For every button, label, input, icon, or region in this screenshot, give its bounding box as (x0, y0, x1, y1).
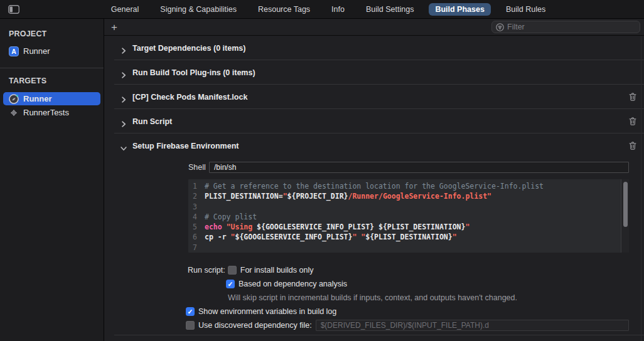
app-target-icon (9, 94, 19, 104)
phase-row-cp-check-pods-manifest[interactable]: [CP] Check Pods Manifest.lock (104, 85, 644, 109)
code-token: " (465, 222, 470, 232)
line-number: 1 (188, 181, 205, 191)
code-token: ${PROJECT_DIR} (287, 191, 348, 201)
editor-tab-bar: General Signing & Capabilities Resource … (0, 0, 644, 19)
tab-signing-capabilities[interactable]: Signing & Capabilities (154, 3, 243, 16)
add-build-phase-button[interactable]: + (111, 22, 117, 33)
svg-text:A: A (11, 48, 16, 55)
checkbox-show-environment-variables[interactable] (186, 307, 195, 316)
line-number: 3 (188, 202, 205, 212)
shell-input[interactable] (209, 162, 629, 173)
code-token: /Runner/GoogleService-Info.plist" (348, 191, 491, 201)
code-token: cp -r (205, 232, 231, 242)
code-line: 5echo "Using ${GOOGLESERVICE_INFO_PLIST}… (188, 222, 621, 232)
code-token: PLIST_DESTINATION= (205, 191, 283, 201)
code-token: echo (205, 222, 227, 232)
code-line: 7 (188, 243, 621, 253)
phase-title: Run Build Tool Plug-ins (0 items) (132, 68, 255, 77)
delete-phase-trash-icon[interactable] (628, 141, 637, 150)
section-bottom-divider (114, 335, 644, 335)
checkbox-for-install-builds-only[interactable] (228, 266, 237, 275)
code-token: # Copy plist (205, 212, 257, 222)
line-number: 2 (188, 191, 205, 201)
tab-resource-tags[interactable]: Resource Tags (252, 3, 316, 16)
code-token: " (453, 232, 457, 242)
sidebar-item-label: Runner (23, 94, 52, 103)
checkbox-based-on-dependency-analysis[interactable] (226, 280, 235, 288)
phase-row-run-build-tool-plugins[interactable]: Run Build Tool Plug-ins (0 items) (104, 60, 644, 85)
run-script-phase-detail: Shell 1# Get a reference to the destinat… (104, 162, 644, 332)
code-token: ${GOOGLESERVICE_INFO_PLIST} (235, 232, 352, 242)
tab-build-rules[interactable]: Build Rules (500, 3, 552, 16)
shell-label: Shell (188, 163, 205, 172)
chevron-right-icon[interactable] (121, 70, 127, 76)
sidebar-item-target-runnertests[interactable]: RunnerTests (3, 106, 100, 119)
code-line: 1# Get a reference to the destination lo… (188, 181, 621, 191)
project-section-header: PROJECT (0, 29, 104, 38)
sidebar-item-project-runner[interactable]: A Runner (3, 45, 100, 58)
chevron-right-icon[interactable] (121, 94, 127, 100)
sidebar-item-target-runner[interactable]: Runner (3, 92, 100, 105)
phase-title: [CP] Check Pods Manifest.lock (132, 93, 247, 102)
xcode-window: General Signing & Capabilities Resource … (0, 0, 644, 341)
checkbox-label: Use discovered dependency file: (198, 321, 312, 330)
phase-row-setup-firebase-environment[interactable]: Setup Firebase Environment (104, 134, 644, 158)
chevron-right-icon[interactable] (121, 45, 127, 51)
dependency-analysis-note: Will skip script in incremental builds i… (228, 293, 517, 302)
tab-info[interactable]: Info (325, 3, 351, 16)
tab-general[interactable]: General (105, 3, 145, 16)
script-code-editor[interactable]: 1# Get a reference to the destination lo… (188, 179, 629, 253)
delete-phase-trash-icon[interactable] (628, 117, 637, 126)
code-line: 6cp -r "${GOOGLESERVICE_INFO_PLIST}" "${… (188, 232, 621, 242)
tab-build-settings[interactable]: Build Settings (360, 3, 420, 16)
chevron-right-icon[interactable] (121, 118, 127, 125)
sidebar-item-label: RunnerTests (23, 108, 69, 117)
phase-row-run-script[interactable]: Run Script (104, 109, 644, 134)
phases-toolbar: + (104, 19, 644, 36)
filter-field[interactable] (491, 21, 640, 33)
phase-title: Run Script (132, 117, 172, 126)
dependency-file-input[interactable] (316, 320, 629, 331)
tab-group: General Signing & Capabilities Resource … (105, 3, 552, 16)
code-line: 2PLIST_DESTINATION="${PROJECT_DIR}/Runne… (188, 191, 621, 201)
delete-phase-trash-icon[interactable] (628, 92, 637, 102)
code-token: " (231, 232, 235, 242)
sidebar-item-label: Runner (23, 46, 50, 56)
test-bundle-icon (9, 108, 19, 118)
project-navigator-sidebar: PROJECT A Runner TARGETS Runner RunnerTe… (0, 19, 104, 341)
line-number: 6 (188, 232, 205, 242)
line-number: 4 (188, 212, 205, 222)
chevron-down-icon[interactable] (121, 143, 127, 149)
sidebar-toggle-icon[interactable] (8, 5, 19, 14)
run-script-options-label: Run script: (188, 266, 225, 275)
targets-section-header: TARGETS (0, 76, 104, 85)
editor-scrollbar[interactable] (621, 179, 629, 253)
code-token: "Using (227, 222, 257, 232)
filter-icon (496, 23, 504, 31)
line-number: 7 (188, 243, 205, 253)
build-phases-panel: + Target Dependencies (0 items) Run Buil… (104, 19, 644, 341)
phase-row-target-dependencies[interactable]: Target Dependencies (0 items) (104, 36, 644, 60)
code-token: " " (352, 232, 365, 242)
tab-build-phases[interactable]: Build Phases (429, 3, 491, 16)
code-editor-lines: 1# Get a reference to the destination lo… (188, 179, 621, 253)
filter-input[interactable] (507, 23, 636, 31)
code-token: ${PLIST_DESTINATION} (365, 232, 452, 242)
xcode-project-icon: A (9, 46, 19, 56)
phase-title: Setup Firebase Environment (132, 142, 239, 150)
line-number: 5 (188, 222, 205, 232)
code-token: # Get a reference to the destination loc… (205, 181, 544, 191)
code-token: ${GOOGLESERVICE_INFO_PLIST} ${PLIST_DEST… (257, 222, 465, 232)
checkbox-label: Show environment variables in build log (198, 307, 336, 316)
checkbox-label: For install builds only (240, 266, 314, 275)
code-line: 4# Copy plist (188, 212, 621, 222)
phase-title: Target Dependencies (0 items) (132, 44, 245, 53)
code-token: " (283, 191, 287, 201)
checkbox-use-discovered-dependency-file[interactable] (186, 321, 195, 330)
code-line: 3 (188, 202, 621, 212)
checkbox-label: Based on dependency analysis (239, 280, 347, 288)
scrollbar-thumb[interactable] (623, 182, 628, 227)
sidebar-divider (0, 68, 104, 68)
